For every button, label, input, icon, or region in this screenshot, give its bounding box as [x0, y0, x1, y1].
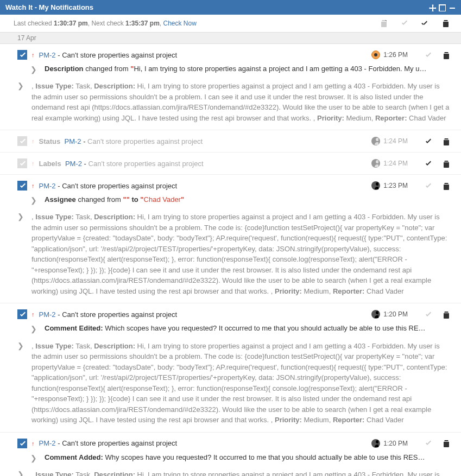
notification-item: ↑ Labels PM-2 - Can't store properties a… [0, 153, 461, 175]
mark-read-icon[interactable] [424, 182, 432, 190]
priority-arrow-icon: ↑ [31, 138, 35, 144]
maximize-icon[interactable] [438, 4, 446, 11]
mark-read-icon[interactable] [424, 51, 432, 59]
notification-title[interactable]: PM-2 - Can't store properties against pr… [39, 49, 372, 61]
timestamp: 1:24 PM [383, 137, 408, 145]
priority-arrow-icon: ↑ [31, 52, 35, 58]
delete-icon[interactable] [442, 137, 450, 145]
priority-arrow-icon: ↑ [31, 160, 35, 167]
avatar-icon [371, 137, 380, 145]
delete-icon[interactable] [442, 439, 450, 447]
delete-icon[interactable] [442, 51, 450, 59]
toolbar: Last checked 1:30:37 pm, Next check 1:35… [0, 15, 461, 32]
mark-read-icon[interactable] [424, 137, 432, 145]
notification-body: , Issue Type: Task, Description: Hi, I a… [31, 469, 450, 476]
notification-item: ↑ PM-2 - Can't store properties against … [0, 433, 461, 476]
expand-chevron-icon[interactable]: ❯ [30, 324, 37, 334]
mark-read-icon[interactable] [424, 310, 432, 319]
avatar-icon [371, 310, 380, 319]
mark-read-icon[interactable] [400, 19, 409, 28]
notification-title[interactable]: PM-2 - Can't store properties against pr… [39, 437, 372, 449]
notification-item: ↑ PM-2 - Can't store properties against … [0, 303, 461, 432]
avatar-icon [371, 159, 380, 168]
delete-icon[interactable] [442, 160, 450, 168]
notification-title[interactable]: PM-2 - Can't store properties against pr… [39, 308, 372, 321]
notification-item: ↑ PM-2 - Can't store properties against … [0, 44, 461, 130]
priority-arrow-icon: ↑ [31, 182, 35, 189]
change-summary: Description changed from "Hi, I am tryin… [45, 65, 426, 73]
mark-read-icon[interactable] [424, 439, 432, 447]
change-summary: Assignee changed from "" to "Chad Vader" [45, 195, 184, 204]
change-summary: Comment Edited: Which scopes have you re… [45, 324, 426, 332]
notification-body: , Issue Type: Task, Description: Hi, I a… [31, 341, 450, 426]
change-summary: Comment Added: Why scopes have you reque… [45, 453, 425, 461]
notification-title[interactable]: PM-2 - Can't store properties against pr… [39, 180, 372, 192]
select-checkbox[interactable] [17, 439, 27, 448]
avatar-icon [371, 181, 380, 190]
timestamp: 1:23 PM [383, 182, 408, 189]
trash-special-icon[interactable] [380, 19, 388, 28]
delete-icon[interactable] [442, 310, 450, 319]
expand-chevron-icon[interactable]: ❯ [30, 195, 37, 205]
priority-arrow-icon: ↑ [31, 311, 35, 318]
notification-body: , Issue Type: Task, Description: Hi, I a… [31, 212, 450, 296]
avatar-icon [371, 50, 380, 59]
notification-title[interactable]: Labels PM-2 - Can't store properties aga… [39, 157, 372, 170]
delete-icon[interactable] [442, 182, 450, 190]
minimize-icon[interactable] [448, 4, 456, 11]
notification-title[interactable]: Status PM-2 - Can't store properties aga… [39, 135, 372, 148]
select-checkbox[interactable] [17, 50, 27, 60]
mark-all-read-icon[interactable] [421, 19, 430, 28]
expand-chevron-icon[interactable]: ❯ [17, 341, 24, 351]
check-now-link[interactable]: Check Now [163, 20, 196, 27]
date-group-header: 17 Apr [0, 32, 461, 44]
svg-point-2 [374, 53, 377, 56]
select-checkbox[interactable] [17, 181, 27, 191]
expand-chevron-icon[interactable]: ❯ [17, 212, 24, 221]
priority-arrow-icon: ↑ [31, 440, 35, 447]
notification-item: ↑ PM-2 - Can't store properties against … [0, 175, 461, 303]
check-status: Last checked 1:30:37 pm, Next check 1:35… [14, 20, 380, 27]
timestamp: 1:24 PM [383, 160, 408, 167]
select-checkbox[interactable] [17, 309, 27, 319]
select-checkbox[interactable] [17, 158, 27, 168]
delete-all-icon[interactable] [441, 19, 450, 28]
expand-chevron-icon[interactable]: ❯ [17, 469, 24, 476]
avatar-icon [371, 439, 380, 448]
notification-body: , Issue Type: Task, Description: Hi, I a… [31, 81, 450, 123]
timestamp: 1:20 PM [383, 310, 408, 318]
window-title: Watch It - My Notifications [5, 3, 428, 11]
timestamp: 1:26 PM [383, 51, 408, 59]
mark-read-icon[interactable] [424, 160, 432, 168]
timestamp: 1:20 PM [383, 440, 408, 447]
notification-item: ↑ Status PM-2 - Can't store properties a… [0, 130, 461, 153]
titlebar: Watch It - My Notifications [0, 0, 461, 15]
move-icon[interactable] [428, 4, 436, 11]
expand-chevron-icon[interactable]: ❯ [17, 81, 24, 91]
expand-chevron-icon[interactable]: ❯ [30, 453, 37, 463]
select-checkbox[interactable] [17, 136, 27, 146]
expand-chevron-icon[interactable]: ❯ [30, 65, 37, 74]
